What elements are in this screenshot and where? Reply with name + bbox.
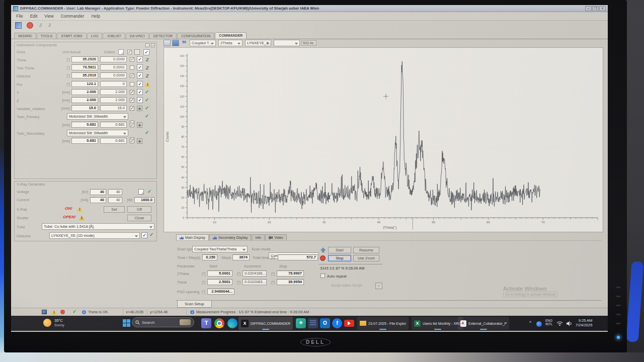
edited-value-input[interactable]: 0.0000: [100, 72, 127, 78]
tab-detector[interactable]: DETECTOR: [149, 33, 177, 39]
menu-edit[interactable]: Edit: [27, 13, 42, 20]
tab-commander[interactable]: COMMANDER: [215, 32, 247, 39]
tab-joblist[interactable]: JOBLIST: [103, 33, 125, 39]
row-checkbox[interactable]: [130, 65, 134, 70]
row-checkbox[interactable]: [130, 57, 134, 62]
actual-value-input[interactable]: 35.2919: [71, 72, 98, 78]
taskbar-pdf-window[interactable]: A External_Collaborator_P: [458, 317, 509, 330]
shutter-close-button[interactable]: Close: [127, 215, 151, 221]
start-button[interactable]: [123, 319, 130, 327]
menu-commander[interactable]: Commander: [58, 13, 89, 20]
actual-value-input[interactable]: 0.681: [71, 122, 98, 128]
use-zoom-button[interactable]: Use Zoom: [353, 255, 379, 261]
drive-config-icon[interactable]: ✓: [137, 97, 143, 103]
detector-bv-icon[interactable]: ✓: [141, 232, 147, 238]
youtube-icon[interactable]: [344, 320, 354, 327]
voltage-actual-input[interactable]: 40: [90, 189, 106, 195]
current-set-input[interactable]: 40: [108, 197, 122, 203]
facebook-icon[interactable]: f: [332, 318, 342, 328]
slit-type-dropdown[interactable]: Motorized Slit: Slitwidth: [67, 130, 128, 136]
taskbar-diffrac-window[interactable]: X DIFFRAC.COMMANDER: [238, 317, 293, 330]
teams-icon[interactable]: T: [201, 318, 211, 328]
drive-config-icon[interactable]: ✓: [137, 72, 143, 78]
theta-start-input[interactable]: 2.5001: [207, 279, 232, 285]
tray-app-icon[interactable]: [536, 321, 542, 327]
voltage-set-input[interactable]: 40: [108, 189, 122, 195]
stop-all-icon[interactable]: [27, 22, 33, 29]
outlook-icon[interactable]: O: [320, 318, 330, 328]
tab-configuration[interactable]: CONFIGURATION: [177, 33, 214, 39]
taskbar-excel-window[interactable]: X Users list Monthly - XRC: [412, 317, 463, 330]
row-checkbox[interactable]: [130, 123, 134, 127]
volume-icon[interactable]: [567, 321, 573, 326]
maximize-button[interactable]: ❐: [592, 6, 599, 11]
chart-canvas[interactable]: 0102030405060708090100110120130140150160…: [164, 48, 603, 232]
edited-value-input[interactable]: 2.000: [100, 97, 127, 103]
scan-type-select[interactable]: Coupled T...: [190, 40, 216, 46]
select-all-checkbox[interactable]: [127, 50, 132, 54]
speed-icon[interactable]: 50: [182, 40, 186, 44]
row-checkbox[interactable]: [130, 106, 134, 111]
zoom-tool-icon[interactable]: [172, 40, 179, 46]
edited-value-input[interactable]: 15.0: [100, 105, 127, 111]
read-values-icon[interactable]: [134, 49, 140, 55]
close-button[interactable]: ×: [599, 6, 606, 11]
edited-value-input[interactable]: 0.681: [100, 122, 127, 128]
2theta-start-input[interactable]: 5.0001: [207, 270, 232, 277]
auto-repeat-checkbox[interactable]: [320, 274, 325, 278]
edited-value-input[interactable]: 0: [100, 81, 127, 87]
weather-temp[interactable]: 35°C: [54, 318, 63, 323]
tab-da-vinci[interactable]: DA VINCI: [126, 33, 149, 39]
chrome-icon[interactable]: [214, 318, 224, 328]
edited-value-input[interactable]: 0.681: [100, 138, 127, 144]
drive-config-icon[interactable]: ✓: [137, 89, 143, 95]
minimize-button[interactable]: –: [585, 6, 592, 11]
actual-value-input[interactable]: 2.000: [71, 97, 98, 103]
tab-log[interactable]: LOG: [87, 33, 103, 39]
psd-opening-input[interactable]: 2.9400044...: [207, 289, 234, 295]
slit-type-dropdown[interactable]: Motorized Slit: Slitwidth: [67, 113, 128, 120]
row-checkbox[interactable]: [130, 139, 134, 143]
xray-set-button[interactable]: Set: [104, 206, 125, 213]
actual-value-input[interactable]: 2.000: [71, 89, 98, 95]
actual-value-input[interactable]: 70.5811: [71, 64, 98, 70]
current-actual-input[interactable]: 40: [90, 197, 106, 203]
edited-value-input[interactable]: 0.0000: [100, 56, 127, 62]
steps-input[interactable]: 3674: [232, 254, 250, 260]
menu-help[interactable]: Help: [88, 13, 104, 20]
detector-select[interactable]: LYNXEYE_X...: [245, 40, 271, 46]
calculator-icon[interactable]: [308, 318, 318, 328]
drive-config-icon[interactable]: ✓: [137, 56, 143, 62]
pin-panel-icon[interactable]: [145, 43, 149, 47]
time-step-input[interactable]: 0.150: [202, 254, 217, 260]
theta-stop-input[interactable]: 39.9954: [277, 279, 304, 285]
language-indicator[interactable]: ENGINTL: [545, 319, 552, 326]
display-tab-video[interactable]: Video: [265, 234, 287, 240]
apply-all-icon[interactable]: ✓: [143, 49, 149, 55]
2theta-stop-input[interactable]: 79.9907: [277, 270, 304, 277]
script-editor-button[interactable]: ›: [375, 283, 382, 289]
actual-value-input[interactable]: 123.1: [71, 81, 98, 87]
drive-config-icon[interactable]: ✓: [137, 64, 143, 70]
drive-config-icon[interactable]: ✓: [137, 81, 143, 87]
diffractogram-chart[interactable]: 0102030405060708090100110120130140150160…: [164, 47, 603, 232]
edited-value-input[interactable]: 2.000: [100, 89, 127, 95]
tube-dropdown[interactable]: Tube: Cu tube with 1.5418 [Å].: [42, 223, 154, 230]
row-checkbox[interactable]: [130, 82, 134, 86]
scan-setup-tab[interactable]: Scan Setup: [177, 301, 212, 308]
save-icon[interactable]: [15, 22, 22, 29]
clock[interactable]: 9:25 AM7/24/2025: [576, 318, 592, 327]
store-app-icon[interactable]: ❖: [296, 318, 306, 328]
generator-copy-icon[interactable]: [138, 189, 144, 195]
weather-condition[interactable]: Sunny: [54, 323, 64, 327]
display-tab-secondary-display[interactable]: Secondary Display: [209, 234, 251, 240]
drive-busy-icon-1[interactable]: Z: [39, 23, 42, 28]
edited-value-input[interactable]: 0.0001: [100, 64, 127, 70]
edge-icon[interactable]: [227, 318, 237, 328]
extra-select[interactable]: [274, 40, 300, 46]
row-checkbox[interactable]: [130, 90, 134, 95]
wifi-icon[interactable]: [556, 321, 563, 326]
drive-busy-icon-2[interactable]: Z: [48, 23, 51, 28]
resume-button[interactable]: Resume: [353, 247, 379, 253]
actual-value-input[interactable]: 0.681: [71, 138, 98, 144]
